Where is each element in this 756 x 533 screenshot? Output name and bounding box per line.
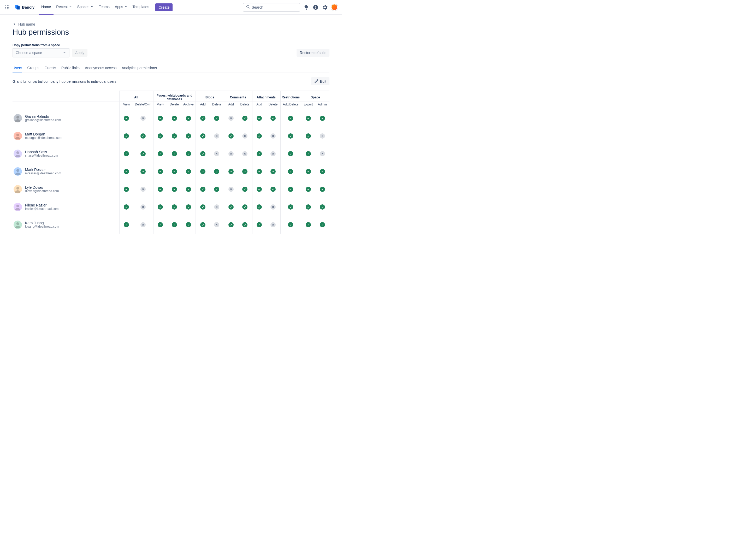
column-group-header: Comments: [224, 91, 252, 102]
permission-granted-icon: [242, 169, 248, 174]
user-name: Gianni Ralindo: [25, 114, 61, 119]
permission-granted-icon: [124, 133, 129, 139]
permission-granted-icon: [256, 116, 262, 121]
svg-point-13: [16, 116, 19, 119]
permission-granted-icon: [158, 169, 163, 174]
permission-denied-icon: [141, 116, 146, 121]
help-icon[interactable]: ?: [312, 4, 319, 11]
table-row: Hannah Sassshass@ideathread.com: [13, 145, 330, 163]
breadcrumb-back[interactable]: Hub name: [13, 22, 330, 26]
nav-item-home[interactable]: Home: [39, 0, 54, 14]
permission-granted-icon: [200, 151, 205, 156]
nav-item-label: Recent: [56, 5, 68, 9]
user-name: Kara Juang: [25, 221, 59, 225]
permission-granted-icon: [288, 222, 293, 227]
nav-item-label: Spaces: [77, 5, 90, 9]
permission-granted-icon: [229, 222, 234, 227]
permission-granted-icon: [229, 169, 234, 174]
nav-item-teams[interactable]: Teams: [96, 0, 112, 14]
profile-avatar[interactable]: [331, 4, 338, 11]
user-avatar: [14, 203, 22, 211]
user-cell: Kara Juangkjuang@ideathread.com: [14, 218, 118, 231]
settings-icon[interactable]: [322, 4, 328, 11]
create-button[interactable]: Create: [155, 3, 173, 11]
user-email: shass@ideathread.com: [25, 154, 58, 158]
permission-denied-icon: [214, 222, 219, 227]
permission-granted-icon: [320, 187, 325, 192]
user-email: mdorgan@ideathread.com: [25, 136, 62, 140]
app-switcher-icon[interactable]: [4, 4, 11, 11]
table-row: Lyle Dovasdlovas@ideathread.com: [13, 180, 330, 198]
search-input[interactable]: [252, 5, 297, 10]
svg-point-7: [7, 8, 8, 9]
permission-granted-icon: [306, 116, 311, 121]
nav-item-recent[interactable]: Recent: [54, 0, 74, 14]
nav-item-apps[interactable]: Apps: [112, 0, 130, 14]
permission-denied-icon: [229, 116, 234, 121]
permission-granted-icon: [214, 169, 219, 174]
permission-granted-icon: [200, 187, 205, 192]
permission-denied-icon: [141, 187, 146, 192]
search-input-container[interactable]: [243, 3, 300, 12]
permission-denied-icon: [242, 133, 248, 139]
tab-guests[interactable]: Guests: [44, 64, 56, 73]
column-sub-header: Add/Delete: [280, 102, 301, 109]
nav-item-spaces[interactable]: Spaces: [75, 0, 96, 14]
chevron-left-icon: [13, 22, 16, 26]
tab-public-links[interactable]: Public links: [61, 64, 80, 73]
apply-button[interactable]: Apply: [72, 49, 88, 57]
tab-anonymous-access[interactable]: Anonymous access: [85, 64, 117, 73]
page-title: Hub permissions: [13, 28, 330, 37]
user-name: Matt Dorgan: [25, 132, 62, 136]
user-email: frazier@ideathread.com: [25, 207, 59, 211]
user-avatar: [14, 149, 22, 158]
permission-granted-icon: [229, 204, 234, 210]
chevron-down-icon: [124, 5, 127, 9]
user-name: Lyle Dovas: [25, 185, 59, 190]
restore-defaults-button[interactable]: Restore defaults: [297, 49, 330, 57]
nav-item-templates[interactable]: Templates: [130, 0, 152, 14]
table-row: Matt Dorganmdorgan@ideathread.com: [13, 127, 330, 145]
notifications-icon[interactable]: [303, 4, 310, 11]
svg-point-27: [16, 151, 19, 154]
svg-point-18: [16, 134, 19, 137]
permission-granted-icon: [270, 169, 276, 174]
choose-space-select[interactable]: Choose a space: [13, 48, 69, 57]
permission-granted-icon: [158, 204, 163, 210]
user-email: mresser@ideathread.com: [25, 172, 61, 175]
choose-space-placeholder: Choose a space: [16, 51, 42, 55]
permission-granted-icon: [214, 116, 219, 121]
permission-granted-icon: [288, 187, 293, 192]
pencil-icon: [314, 79, 318, 84]
permission-granted-icon: [186, 169, 191, 174]
svg-point-5: [8, 7, 9, 8]
column-group-header: Restrictions: [280, 91, 301, 102]
svg-point-39: [16, 187, 19, 190]
table-row: Filene Razierfrazier@ideathread.com: [13, 198, 330, 216]
table-row: Kara Juangkjuang@ideathread.com: [13, 216, 330, 234]
permission-granted-icon: [172, 116, 177, 121]
tab-groups[interactable]: Groups: [27, 64, 40, 73]
permission-granted-icon: [270, 187, 276, 192]
permission-granted-icon: [172, 133, 177, 139]
edit-button[interactable]: Edit: [311, 77, 330, 85]
permission-granted-icon: [256, 151, 262, 156]
tab-analytics-permissions[interactable]: Analytics permissions: [122, 64, 157, 73]
svg-point-1: [7, 5, 8, 6]
permission-granted-icon: [306, 222, 311, 227]
tab-users[interactable]: Users: [13, 64, 22, 73]
permission-denied-icon: [320, 151, 325, 156]
permission-granted-icon: [141, 151, 146, 156]
user-cell: Mark Ressermresser@ideathread.com: [14, 165, 118, 178]
permission-granted-icon: [288, 133, 293, 139]
user-email: gralindo@ideathread.com: [25, 119, 61, 122]
permission-granted-icon: [320, 169, 325, 174]
svg-point-0: [6, 5, 6, 6]
permission-denied-icon: [214, 151, 219, 156]
column-sub-header: Admin: [315, 102, 330, 109]
user-cell: Filene Razierfrazier@ideathread.com: [14, 200, 118, 214]
breadcrumb-label: Hub name: [18, 22, 35, 26]
permission-denied-icon: [270, 222, 276, 227]
brand-logo[interactable]: Bancly: [13, 4, 37, 10]
brand-logo-icon: [14, 4, 20, 10]
